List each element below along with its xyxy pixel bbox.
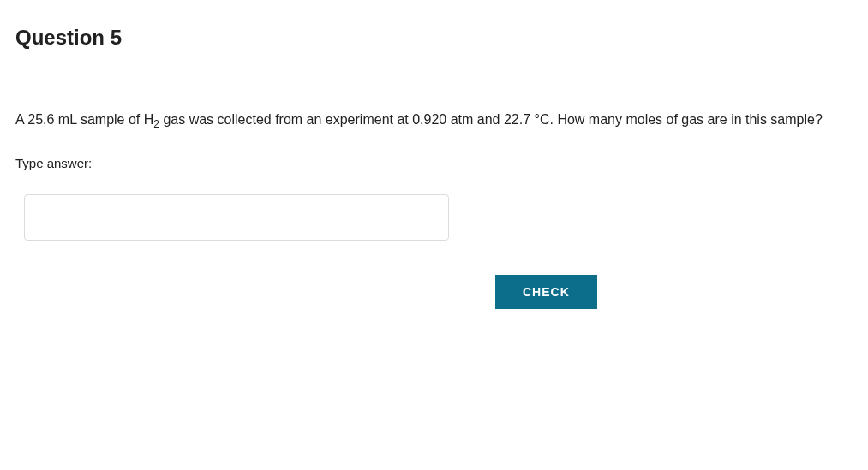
answer-label: Type answer: bbox=[15, 156, 853, 170]
answer-input[interactable] bbox=[24, 194, 449, 241]
question-text-sub: 2 bbox=[153, 118, 159, 130]
button-row: CHECK bbox=[495, 275, 853, 309]
question-text-post: gas was collected from an experiment at … bbox=[159, 112, 823, 127]
check-button[interactable]: CHECK bbox=[495, 275, 597, 309]
question-body: A 25.6 mL sample of H2 gas was collected… bbox=[15, 110, 853, 132]
question-title: Question 5 bbox=[15, 26, 853, 50]
question-text-pre: A 25.6 mL sample of H bbox=[15, 112, 153, 127]
